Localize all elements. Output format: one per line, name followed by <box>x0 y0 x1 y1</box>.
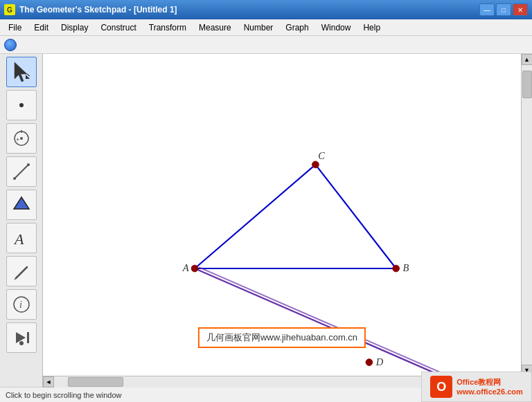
animation-tool[interactable] <box>6 322 37 353</box>
svg-line-13 <box>16 267 27 278</box>
pencil-tool[interactable] <box>6 256 37 286</box>
menu-file[interactable]: File <box>3 21 27 35</box>
canvas-area[interactable]: D A B C 几何画板官网www.jihehuaban.com.cn <box>43 54 521 376</box>
menu-measure[interactable]: Measure <box>193 21 237 35</box>
svg-point-28 <box>191 265 198 272</box>
select-tool[interactable] <box>6 57 37 87</box>
scroll-up-button[interactable]: ▲ <box>522 54 533 65</box>
line-tool[interactable] <box>6 156 37 187</box>
svg-line-25 <box>199 267 461 376</box>
point-tool[interactable] <box>6 90 37 120</box>
svg-line-21 <box>195 165 315 268</box>
svg-marker-11 <box>14 197 29 209</box>
title-left: G The Geometer's Sketchpad - [Untitled 1… <box>4 4 177 15</box>
svg-text:A: A <box>182 262 189 273</box>
svg-text:B: B <box>402 262 409 273</box>
menu-transform[interactable]: Transform <box>143 21 192 35</box>
close-button[interactable]: ✕ <box>513 3 528 16</box>
menu-number[interactable]: Number <box>238 21 279 35</box>
menu-help[interactable]: Help <box>357 21 386 35</box>
menu-display[interactable]: Display <box>55 21 94 35</box>
office-logo: O Office教程网 www.office26.com <box>421 372 532 402</box>
svg-text:i: i <box>19 300 22 310</box>
text-tool[interactable]: A <box>6 223 37 253</box>
svg-point-30 <box>393 265 400 272</box>
minimize-button[interactable]: — <box>479 3 495 16</box>
svg-marker-1 <box>27 74 30 76</box>
canvas-wrapper: D A B C 几何画板官网www.jihehuaban.com.cn ▲ <box>43 54 532 387</box>
app-icon: G <box>4 4 15 15</box>
right-scrollbar[interactable]: ▲ ▼ <box>521 54 532 376</box>
scroll-track-vertical[interactable] <box>522 65 533 365</box>
status-text: Click to begin scrolling the window <box>6 391 122 399</box>
menu-window[interactable]: Window <box>316 21 357 35</box>
info-tool[interactable]: i <box>6 289 37 320</box>
menu-construct[interactable]: Construct <box>95 21 141 35</box>
svg-point-9 <box>13 177 16 180</box>
toolbar-row <box>0 36 532 54</box>
svg-line-22 <box>315 165 396 268</box>
svg-text:+: + <box>16 136 19 143</box>
title-controls: — □ ✕ <box>479 3 528 16</box>
svg-text:D: D <box>375 356 384 367</box>
svg-point-32 <box>312 161 319 168</box>
scroll-thumb-vertical[interactable] <box>522 71 532 98</box>
canvas-row: D A B C 几何画板官网www.jihehuaban.com.cn ▲ <box>43 54 532 376</box>
menu-edit[interactable]: Edit <box>28 21 54 35</box>
svg-point-5 <box>20 137 23 140</box>
toolbar-icon <box>4 39 17 51</box>
svg-line-14 <box>15 278 16 280</box>
office-logo-text: Office教程网 www.office26.com <box>456 377 523 397</box>
office-logo-icon: O <box>430 376 452 398</box>
title-text: The Geometer's Sketchpad - [Untitled 1] <box>19 5 177 15</box>
svg-rect-19 <box>27 332 29 343</box>
svg-point-10 <box>27 163 30 166</box>
svg-text:C: C <box>318 150 325 161</box>
svg-point-26 <box>366 359 373 366</box>
scroll-left-button[interactable]: ◄ <box>43 376 54 387</box>
main-area: + A <box>0 54 532 387</box>
watermark: 几何画板官网www.jihehuaban.com.cn <box>198 327 366 348</box>
menu-graph[interactable]: Graph <box>280 21 314 35</box>
menu-bar: File Edit Display Construct Transform Me… <box>0 19 532 36</box>
left-toolbar: + A <box>0 54 43 387</box>
scroll-thumb-horizontal[interactable] <box>68 377 123 387</box>
maximize-button[interactable]: □ <box>496 3 511 16</box>
svg-point-20 <box>19 341 24 345</box>
svg-line-8 <box>15 165 28 179</box>
svg-marker-0 <box>15 62 27 82</box>
title-bar: G The Geometer's Sketchpad - [Untitled 1… <box>0 0 532 19</box>
compass-tool[interactable]: + <box>6 123 37 154</box>
svg-text:A: A <box>13 230 24 248</box>
polygon-tool[interactable] <box>6 190 37 220</box>
svg-point-3 <box>19 103 24 107</box>
